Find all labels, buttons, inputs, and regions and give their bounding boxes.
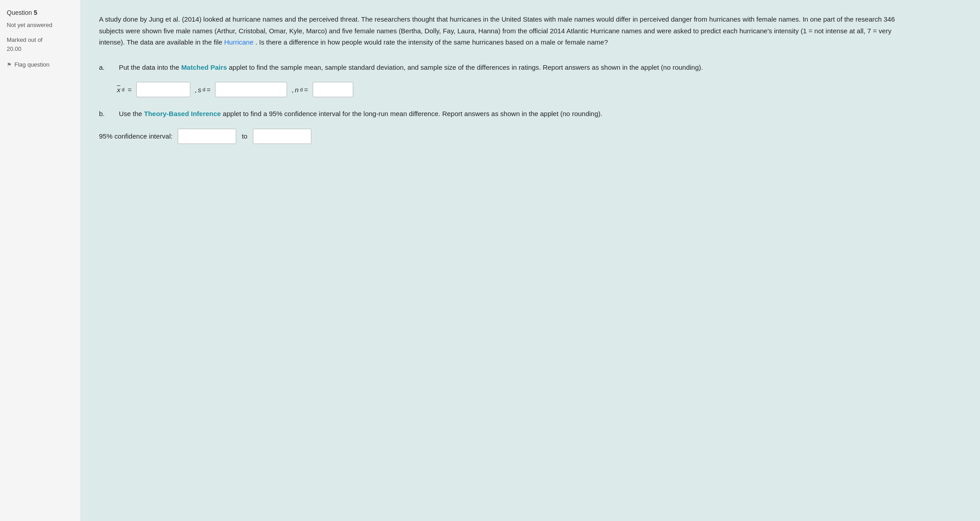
theory-based-inference-link[interactable]: Theory-Based Inference [144,110,221,117]
intro-end-text: . Is there a difference in how people wo… [255,38,608,46]
question-body: A study done by Jung et al. (2014) looke… [99,13,909,144]
xd-input[interactable] [136,82,190,97]
matched-pairs-link[interactable]: Matched Pairs [181,63,227,71]
part-a-letter: a. [99,62,117,73]
intro-paragraph: A study done by Jung et al. (2014) looke… [99,13,909,48]
ci-lower-input[interactable] [178,129,236,144]
flag-question-button[interactable]: ⚑ Flag question [7,61,74,68]
ci-to-label: to [242,132,247,140]
part-a-section: a. Put the data into the Matched Pairs a… [99,62,909,98]
part-b-section: b. Use the Theory-Based Inference applet… [99,108,909,144]
part-b-letter: b. [99,108,117,120]
question-text: Question [7,9,32,16]
main-content: A study done by Jung et al. (2014) looke… [81,0,980,521]
part-a-text-after: applet to find the sample mean, sample s… [229,63,703,71]
sd-input[interactable] [215,82,287,97]
part-b-text-after: applet to find a 95% confidence interval… [223,110,602,117]
nd-input[interactable] [313,82,353,97]
sd-label: , sd = [195,86,211,94]
part-a-input-row: xd = , sd = , nd = [117,82,909,97]
marked-out-of: Marked out of 20.00 [7,36,74,53]
question-label: Question 5 [7,9,74,16]
sidebar: Question 5 Not yet answered Marked out o… [0,0,81,521]
part-b-text-before: Use the [119,110,142,117]
flag-icon: ⚑ [7,62,12,68]
xd-label: xd = [117,86,132,94]
question-status: Not yet answered [7,22,74,28]
question-number: 5 [34,9,37,16]
flag-label: Flag question [14,61,49,68]
part-b-label: b. Use the Theory-Based Inference applet… [99,108,909,120]
nd-label: , nd = [292,86,308,94]
hurricane-link[interactable]: Hurricane [224,38,253,46]
part-a-label: a. Put the data into the Matched Pairs a… [99,62,909,73]
ci-upper-input[interactable] [253,129,311,144]
ci-label: 95% confidence interval: [99,132,172,140]
confidence-interval-row: 95% confidence interval: to [99,129,909,144]
part-a-text-before: Put the data into the [119,63,179,71]
